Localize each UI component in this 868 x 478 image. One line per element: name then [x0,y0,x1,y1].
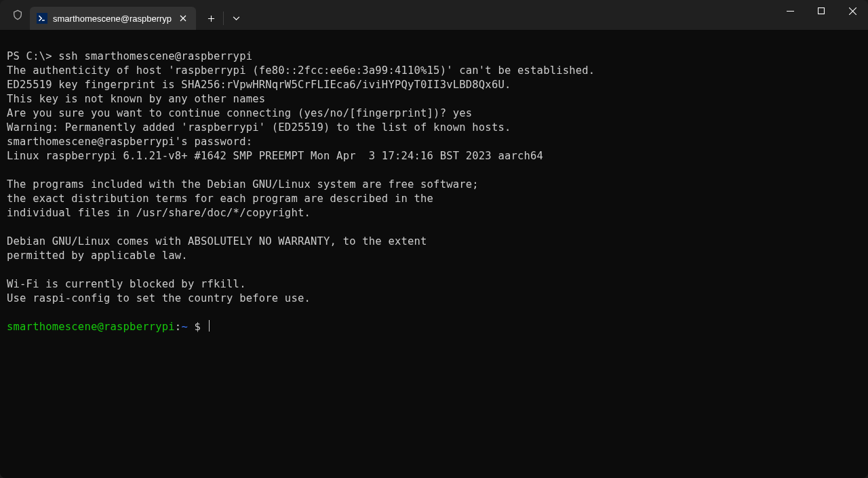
close-window-button[interactable] [837,0,868,22]
terminal-line: permitted by applicable law. [7,249,861,263]
prompt-user-host: smarthomescene@raspberrypi [7,321,175,333]
terminal-line: ED25519 key fingerprint is SHA256:rVpwHR… [7,78,861,92]
terminal-line: smarthomescene@raspberrypi's password: [7,135,861,149]
svg-rect-0 [818,7,824,14]
maximize-icon [818,7,825,15]
terminal-line [7,163,861,178]
bash-prompt-line: smarthomescene@raspberrypi:~ $ [7,320,861,334]
shield-icon-area[interactable] [5,0,30,30]
close-icon [849,7,856,15]
minimize-button[interactable] [774,0,806,22]
terminal-line: Use raspi-config to set the country befo… [7,292,861,306]
tab-dropdown-button[interactable] [224,7,248,30]
terminal-line: The programs included with the Debian GN… [7,178,861,192]
terminal-content[interactable]: PS C:\> ssh smarthomescene@raspberrypiTh… [0,30,868,478]
new-tab-button[interactable] [199,7,223,30]
terminal-line: This key is not known by any other names [7,92,861,106]
prompt-path: ~ [181,321,188,333]
minimize-icon [787,7,794,15]
powershell-icon [37,13,47,24]
terminal-line [7,220,861,235]
terminal-line: The authenticity of host 'raspberrypi (f… [7,64,861,78]
plus-icon [208,15,215,22]
tab-title: smarthomescene@raspberryp [53,14,172,24]
terminal-line [7,263,861,277]
title-bar: smarthomescene@raspberryp [0,0,868,30]
terminal-line: PS C:\> ssh smarthomescene@raspberrypi [7,49,861,64]
tab-close-button[interactable] [177,12,189,24]
terminal-line: Warning: Permanently added 'raspberrypi'… [7,121,861,135]
terminal-line: individual files in /usr/share/doc/*/cop… [7,206,861,220]
terminal-line: Linux raspberrypi 6.1.21-v8+ #1642 SMP P… [7,149,861,163]
terminal-line: Wi-Fi is currently blocked by rfkill. [7,277,861,292]
terminal-line: Debian GNU/Linux comes with ABSOLUTELY N… [7,235,861,249]
terminal-line: Are you sure you want to continue connec… [7,106,861,121]
tab-powershell[interactable]: smarthomescene@raspberryp [30,7,196,30]
terminal-line [7,306,861,320]
close-icon [180,15,186,22]
shield-icon [12,9,23,20]
terminal-line: the exact distribution terms for each pr… [7,192,861,206]
maximize-button[interactable] [806,0,837,22]
window-controls [774,0,868,30]
chevron-down-icon [233,16,240,21]
tab-actions [199,0,248,30]
cursor [209,320,210,332]
